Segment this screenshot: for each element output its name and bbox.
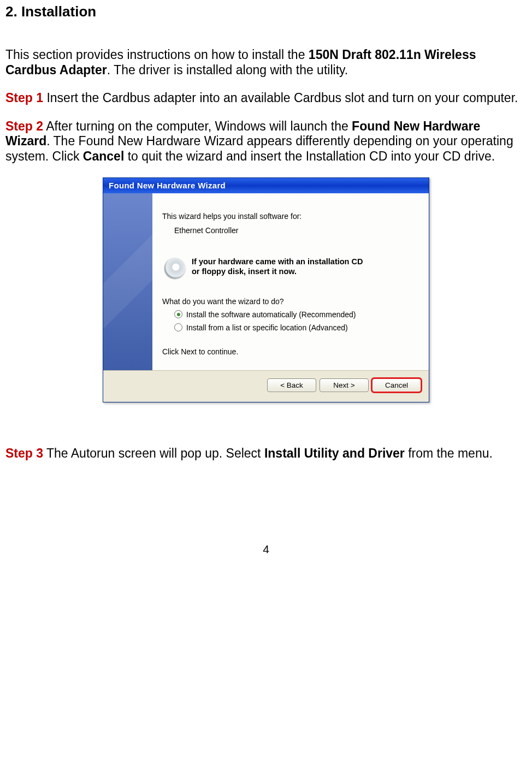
- step-2-paragraph: Step 2 After turning on the computer, Wi…: [5, 119, 527, 164]
- wizard-option-advanced[interactable]: Install from a list or specific location…: [174, 323, 419, 332]
- wizard-option-advanced-label: Install from a list or specific location…: [186, 323, 348, 332]
- step-3-bold-1: Install Utility and Driver: [264, 446, 405, 460]
- wizard-button-bar: < Back Next > Cancel: [103, 370, 429, 402]
- back-button[interactable]: < Back: [267, 378, 316, 392]
- radio-checked-icon: [174, 310, 182, 318]
- wizard-device-name: Ethernet Controller: [174, 226, 419, 235]
- step-2-bold-2: Cancel: [83, 149, 124, 163]
- intro-paragraph: This section provides instructions on ho…: [5, 48, 527, 78]
- step-1-text: Insert the Cardbus adapter into an avail…: [43, 91, 518, 105]
- cd-icon: [164, 258, 185, 278]
- step-2-t1: After turning on the computer, Windows w…: [43, 119, 352, 133]
- step-1-paragraph: Step 1 Insert the Cardbus adapter into a…: [5, 91, 527, 106]
- wizard-cd-line1: If your hardware came with an installati…: [192, 257, 363, 266]
- step-2-label: Step 2: [5, 119, 43, 133]
- section-heading: 2. Installation: [5, 3, 527, 20]
- wizard-side-graphic: [103, 193, 152, 370]
- step-2-t3: to quit the wizard and insert the Instal…: [124, 149, 495, 163]
- next-button[interactable]: Next >: [320, 378, 369, 392]
- wizard-question: What do you want the wizard to do?: [162, 297, 419, 306]
- step-1-label: Step 1: [5, 91, 43, 105]
- wizard-cd-line2: or floppy disk, insert it now.: [192, 266, 363, 276]
- intro-prefix: This section provides instructions on ho…: [5, 48, 309, 62]
- page-number: 4: [5, 543, 527, 556]
- wizard-option-auto[interactable]: Install the software automatically (Reco…: [174, 310, 419, 319]
- step-3-t2: from the menu.: [405, 446, 493, 460]
- found-new-hardware-wizard-window: Found New Hardware Wizard This wizard he…: [103, 177, 429, 402]
- wizard-titlebar[interactable]: Found New Hardware Wizard: [103, 178, 429, 193]
- intro-rest: . The driver is installed along with the…: [107, 63, 348, 77]
- cancel-button[interactable]: Cancel: [372, 378, 421, 392]
- radio-unchecked-icon: [174, 323, 182, 331]
- wizard-option-auto-label: Install the software automatically (Reco…: [186, 310, 356, 319]
- step-3-paragraph: Step 3 The Autorun screen will pop up. S…: [5, 446, 527, 461]
- wizard-cd-hint: If your hardware came with an installati…: [164, 257, 419, 278]
- step-3-t1: The Autorun screen will pop up. Select: [43, 446, 264, 460]
- wizard-click-next: Click Next to continue.: [162, 347, 419, 356]
- step-3-label: Step 3: [5, 446, 43, 460]
- wizard-content: This wizard helps you install software f…: [152, 193, 429, 370]
- wizard-helps-line: This wizard helps you install software f…: [162, 212, 419, 221]
- wizard-title: Found New Hardware Wizard: [109, 181, 226, 190]
